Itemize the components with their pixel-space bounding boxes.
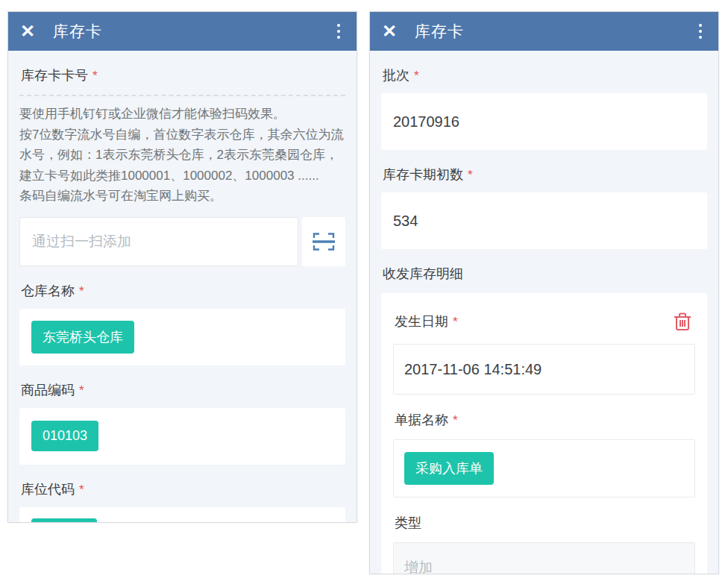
required-asterisk: * [92, 69, 98, 83]
close-icon[interactable]: ✕ [382, 22, 403, 40]
opening-qty-value: 534 [393, 213, 418, 230]
scan-input[interactable] [19, 217, 298, 266]
warehouse-field[interactable]: 东莞桥头仓库 [19, 309, 345, 365]
batch-value: 20170916 [393, 113, 459, 131]
product-code-field[interactable]: 010103 [19, 408, 345, 465]
batch-field[interactable]: 20170916 [381, 93, 707, 150]
required-asterisk: * [468, 168, 473, 182]
location-code-field[interactable]: 25-A03 [19, 507, 345, 523]
field-label-type: 类型 [395, 514, 421, 532]
location-code-tag[interactable]: 25-A03 [31, 518, 97, 523]
scan-frame-icon [313, 232, 335, 251]
scan-button[interactable] [302, 217, 345, 266]
required-asterisk: * [414, 69, 419, 83]
required-asterisk: * [79, 483, 84, 497]
doc-name-tag[interactable]: 采购入库单 [404, 452, 494, 485]
field-label-location-code: 库位代码* [21, 480, 344, 498]
trash-icon [673, 311, 692, 332]
type-input[interactable] [404, 559, 684, 574]
doc-name-field[interactable]: 采购入库单 [393, 439, 695, 497]
required-asterisk: * [79, 383, 84, 398]
screen-inventory-card-right: ✕ 库存卡 批次* 20170916 库存卡期初数* 534 收发库存明细 发生… [369, 11, 719, 574]
field-label-batch: 批次* [383, 66, 706, 84]
delete-row-button[interactable] [671, 310, 694, 333]
field-label-card-number: 库存卡卡号* [21, 66, 344, 84]
field-label-doc-name: 单据名称* [395, 411, 458, 429]
occur-date-field[interactable]: 2017-11-06 14:51:49 [393, 344, 695, 395]
close-icon[interactable]: ✕ [20, 22, 41, 40]
screen-inventory-card-left: ✕ 库存卡 库存卡卡号* 要使用手机钉钉或企业微信才能体验扫码效果。 按7位数字… [7, 11, 357, 523]
app-header: ✕ 库存卡 [370, 12, 718, 51]
scan-input-row [19, 217, 345, 266]
kebab-menu-icon[interactable] [333, 21, 345, 42]
required-asterisk: * [453, 413, 458, 427]
page-title: 库存卡 [415, 21, 694, 42]
field-label-warehouse: 仓库名称* [21, 282, 344, 300]
kebab-menu-icon[interactable] [694, 21, 706, 42]
product-code-tag[interactable]: 010103 [31, 421, 98, 451]
card-number-help-text: 要使用手机钉钉或企业微信才能体验扫码效果。 按7位数字流水号自编，首位数字表示仓… [19, 104, 345, 207]
required-asterisk: * [79, 284, 84, 298]
type-field[interactable] [393, 542, 695, 574]
field-label-opening-qty: 库存卡期初数* [383, 166, 706, 183]
opening-qty-field[interactable]: 534 [381, 192, 707, 249]
stock-detail-subform: 发生日期* 2017-11 [381, 293, 707, 574]
app-header: ✕ 库存卡 [8, 12, 357, 51]
section-label-stock-detail: 收发库存明细 [383, 265, 706, 283]
field-label-occur-date: 发生日期* [395, 313, 458, 330]
required-asterisk: * [453, 315, 458, 329]
warehouse-tag[interactable]: 东莞桥头仓库 [31, 321, 134, 354]
field-label-product-code: 商品编码* [21, 381, 344, 399]
page-title: 库存卡 [53, 21, 333, 42]
dashed-divider [19, 95, 345, 96]
occur-date-value: 2017-11-06 14:51:49 [404, 361, 542, 378]
